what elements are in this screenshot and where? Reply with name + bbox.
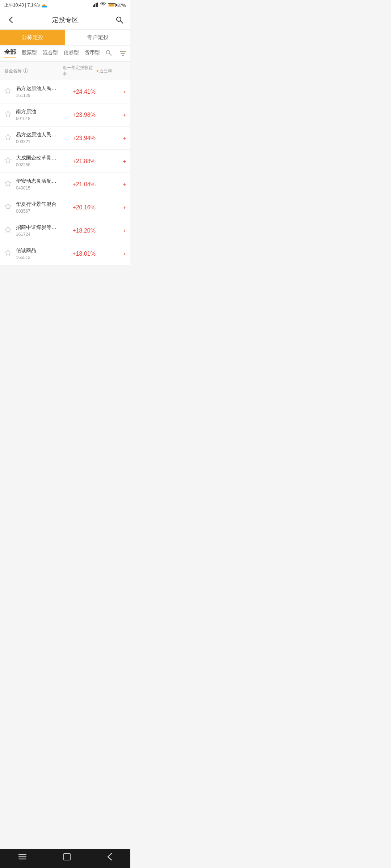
star-icon-5[interactable]: [4, 203, 13, 212]
fund-info-1: 南方原油 501018: [16, 109, 64, 121]
fund-1y-5: +20.16%: [64, 204, 104, 211]
star-icon-1[interactable]: [4, 110, 13, 119]
status-right: 87%: [93, 3, 126, 8]
fund-info-3: 大成国企改革灵… 002258: [16, 155, 64, 167]
col-name-header: 基金名称 ⓘ: [4, 68, 63, 74]
fund-3y-4: +: [104, 182, 126, 187]
fund-info-4: 华安动态灵活配… 040015: [16, 178, 64, 191]
fund-3y-7: +: [104, 251, 126, 257]
fund-list: 易方达原油人民… 161129 +24.41% + 南方原油 501018 +2…: [0, 80, 130, 265]
fund-name-4: 华安动态灵活配…: [16, 178, 64, 184]
fund-code-7: 165513: [16, 255, 64, 260]
fund-1y-2: +23.94%: [64, 135, 104, 141]
wifi-icon: [100, 3, 106, 8]
cat-stock[interactable]: 股票型: [22, 50, 37, 58]
fund-name-7: 信诚商品: [16, 247, 64, 254]
svg-point-4: [117, 17, 121, 21]
svg-point-6: [106, 50, 110, 54]
cat-currency[interactable]: 货币型: [85, 50, 100, 58]
fund-3y-5: +: [104, 205, 126, 210]
battery-percent: 87%: [117, 3, 126, 8]
header: 定投专区: [0, 10, 130, 30]
fund-1y-4: +21.04%: [64, 181, 104, 188]
fund-code-2: 003321: [16, 139, 64, 144]
table-header: 基金名称 ⓘ 近一年定投收益率 ▼ 近三年: [0, 62, 130, 80]
svg-rect-2: [96, 3, 97, 7]
fund-code-1: 501018: [16, 116, 64, 121]
back-button[interactable]: [6, 15, 16, 25]
fund-name-2: 易方达原油人民…: [16, 132, 64, 138]
fund-3y-2: +: [104, 135, 126, 141]
fund-code-5: 003567: [16, 209, 64, 214]
fund-code-6: 161724: [16, 232, 64, 237]
fund-row[interactable]: 招商中证煤炭等… 161724 +18.20% +: [0, 219, 130, 242]
cat-all[interactable]: 全部: [4, 48, 16, 58]
fund-info-6: 招商中证煤炭等… 161724: [16, 224, 64, 237]
svg-point-11: [123, 51, 125, 52]
fund-name-6: 招商中证煤炭等…: [16, 224, 64, 231]
fund-3y-0: +: [104, 89, 126, 95]
star-icon-6[interactable]: [4, 226, 13, 235]
search-button[interactable]: [114, 15, 125, 25]
info-icon[interactable]: ⓘ: [23, 68, 28, 74]
fund-code-3: 002258: [16, 162, 64, 167]
fund-3y-1: +: [104, 112, 126, 118]
fund-1y-3: +21.88%: [64, 158, 104, 165]
fund-1y-0: +24.41%: [64, 89, 104, 95]
star-icon-4[interactable]: [4, 180, 13, 189]
star-icon-3[interactable]: [4, 157, 13, 166]
filter-button[interactable]: [119, 51, 126, 56]
page-title: 定投专区: [16, 16, 114, 24]
status-time-speed: 上午10:43 | 7.1K/s 🏊: [4, 2, 47, 8]
svg-rect-0: [93, 5, 94, 7]
fund-row[interactable]: 易方达原油人民… 003321 +23.94% +: [0, 127, 130, 150]
fund-3y-6: +: [104, 228, 126, 234]
fund-1y-7: +18.01%: [64, 251, 104, 257]
tab-switcher: 公募定投 专户定投: [0, 30, 130, 46]
fund-row[interactable]: 华夏行业景气混合 003567 +20.16% +: [0, 196, 130, 219]
cat-bond[interactable]: 债券型: [64, 50, 79, 58]
col-1y-header[interactable]: 近一年定投收益率 ▼: [63, 65, 99, 77]
svg-rect-3: [97, 3, 98, 7]
star-icon-0[interactable]: [4, 87, 13, 96]
category-bar: 全部 股票型 混合型 债券型 货币型: [0, 46, 130, 62]
tab-private[interactable]: 专户定投: [65, 30, 130, 45]
fund-1y-6: +18.20%: [64, 227, 104, 234]
cat-mixed[interactable]: 混合型: [43, 50, 58, 58]
status-bar: 上午10:43 | 7.1K/s 🏊 87%: [0, 0, 130, 10]
battery-icon: [108, 3, 116, 7]
tab-public[interactable]: 公募定投: [0, 30, 65, 45]
fund-row[interactable]: 大成国企改革灵… 002258 +21.88% +: [0, 150, 130, 173]
svg-point-12: [121, 53, 122, 54]
fund-name-1: 南方原油: [16, 109, 64, 115]
signal-icon: [93, 3, 98, 8]
fund-info-0: 易方达原油人民… 161129: [16, 85, 64, 98]
star-icon-2[interactable]: [4, 133, 13, 142]
svg-line-5: [121, 21, 123, 23]
fund-code-0: 161129: [16, 93, 64, 98]
fund-name-0: 易方达原油人民…: [16, 85, 64, 92]
fund-3y-3: +: [104, 158, 126, 164]
cat-search-icon[interactable]: [106, 50, 112, 57]
svg-line-7: [109, 54, 111, 55]
col-3y-header: 近三年: [99, 68, 126, 74]
star-icon-7[interactable]: [4, 249, 13, 258]
fund-1y-1: +23.98%: [64, 112, 104, 118]
fund-row[interactable]: 华安动态灵活配… 040015 +21.04% +: [0, 173, 130, 196]
sort-icon: ▼: [96, 69, 99, 73]
fund-info-2: 易方达原油人民… 003321: [16, 132, 64, 144]
fund-row[interactable]: 南方原油 501018 +23.98% +: [0, 103, 130, 127]
fund-name-3: 大成国企改革灵…: [16, 155, 64, 161]
fund-info-5: 华夏行业景气混合 003567: [16, 201, 64, 214]
fund-name-5: 华夏行业景气混合: [16, 201, 64, 208]
fund-info-7: 信诚商品 165513: [16, 247, 64, 260]
fund-code-4: 040015: [16, 186, 64, 191]
fund-row[interactable]: 信诚商品 165513 +18.01% +: [0, 242, 130, 265]
svg-rect-1: [94, 4, 95, 7]
fund-row[interactable]: 易方达原油人民… 161129 +24.41% +: [0, 80, 130, 103]
